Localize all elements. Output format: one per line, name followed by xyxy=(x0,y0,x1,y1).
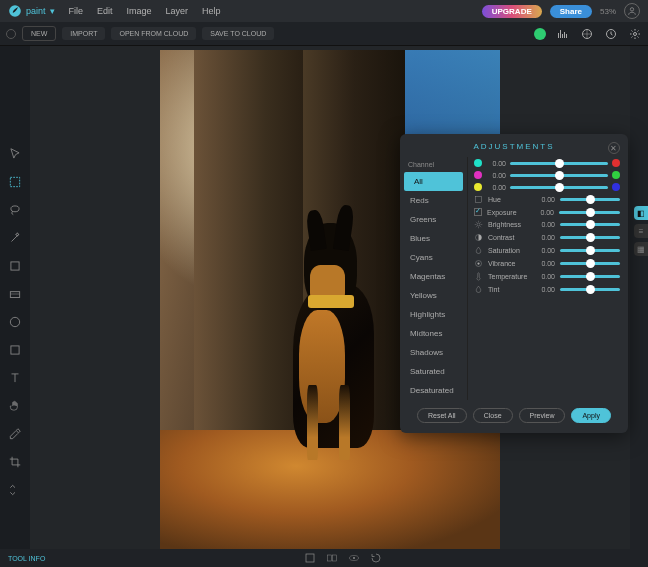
new-button[interactable]: NEW xyxy=(22,26,56,41)
slider-thumb[interactable] xyxy=(586,195,595,204)
menu-file[interactable]: File xyxy=(69,6,84,16)
slider-track[interactable] xyxy=(560,223,620,226)
color-balance-slider-0: 0.00 xyxy=(474,159,620,167)
panel-toggle-icon[interactable] xyxy=(6,29,16,39)
slider-track[interactable] xyxy=(560,249,620,252)
slider-value: 0.00 xyxy=(486,160,506,167)
open-from-cloud-button[interactable]: OPEN FROM CLOUD xyxy=(111,27,196,40)
save-to-cloud-button[interactable]: SAVE TO CLOUD xyxy=(202,27,274,40)
brightness-icon xyxy=(474,220,483,229)
svg-point-6 xyxy=(11,206,19,212)
channel-yellows[interactable]: Yellows xyxy=(400,286,467,305)
channel-blues[interactable]: Blues xyxy=(400,229,467,248)
channel-desaturated[interactable]: Desaturated xyxy=(400,381,467,400)
tool-info-label[interactable]: TOOL INFO xyxy=(8,555,45,562)
slider-track[interactable] xyxy=(560,198,620,201)
channel-magentas[interactable]: Magentas xyxy=(400,267,467,286)
slider-label: Tint xyxy=(488,286,530,293)
channel-midtones[interactable]: Midtones xyxy=(400,324,467,343)
import-button[interactable]: IMPORT xyxy=(62,27,105,40)
slider-thumb[interactable] xyxy=(586,233,595,242)
swatch-right-icon xyxy=(612,159,620,167)
slider-track[interactable] xyxy=(510,162,608,165)
channel-cyans[interactable]: Cyans xyxy=(400,248,467,267)
tint-icon xyxy=(474,285,483,294)
slider-track[interactable] xyxy=(560,275,620,278)
brush-tool[interactable] xyxy=(7,258,23,274)
close-button[interactable]: Close xyxy=(473,408,513,423)
channel-saturated[interactable]: Saturated xyxy=(400,362,467,381)
histogram-icon[interactable] xyxy=(556,27,570,41)
actionbar: NEW IMPORT OPEN FROM CLOUD SAVE TO CLOUD xyxy=(0,22,648,46)
eye-icon[interactable] xyxy=(348,552,360,564)
upgrade-button[interactable]: UPGRADE xyxy=(482,5,542,18)
lasso-tool[interactable] xyxy=(7,202,23,218)
svg-point-4 xyxy=(634,32,637,35)
account-avatar[interactable] xyxy=(624,3,640,19)
svg-point-9 xyxy=(10,317,19,326)
slider-track[interactable] xyxy=(560,288,620,291)
gradient-tool[interactable] xyxy=(7,314,23,330)
slider-thumb[interactable] xyxy=(586,272,595,281)
fit-screen-icon[interactable] xyxy=(304,552,316,564)
menu-help[interactable]: Help xyxy=(202,6,221,16)
zoom-tool[interactable] xyxy=(7,482,23,498)
share-button[interactable]: Share xyxy=(550,5,592,18)
clock-icon[interactable] xyxy=(604,27,618,41)
slider-track[interactable] xyxy=(560,236,620,239)
slider-track[interactable] xyxy=(559,211,620,214)
slider-track[interactable] xyxy=(510,186,608,189)
slider-thumb[interactable] xyxy=(555,183,564,192)
right-rail: ◧ ≡ ▦ xyxy=(630,46,648,549)
slider-track[interactable] xyxy=(510,174,608,177)
menu-image[interactable]: Image xyxy=(127,6,152,16)
svg-rect-16 xyxy=(306,554,314,562)
eyedropper-tool[interactable] xyxy=(7,426,23,442)
slider-label: Temperature xyxy=(488,273,530,280)
rail-tab-layers[interactable]: ◧ xyxy=(634,206,648,220)
checkbox[interactable] xyxy=(474,208,482,216)
shape-tool[interactable] xyxy=(7,342,23,358)
slider-label: Brightness xyxy=(488,221,530,228)
reset-all-button[interactable]: Reset All xyxy=(417,408,467,423)
vibrance-icon xyxy=(474,259,483,268)
slider-label: Saturation xyxy=(488,247,530,254)
menu-edit[interactable]: Edit xyxy=(97,6,113,16)
channel-shadows[interactable]: Shadows xyxy=(400,343,467,362)
slider-thumb[interactable] xyxy=(586,208,595,217)
slider-thumb[interactable] xyxy=(586,246,595,255)
split-view-icon[interactable] xyxy=(326,552,338,564)
channel-all[interactable]: All xyxy=(404,172,463,191)
crop-tool[interactable] xyxy=(7,454,23,470)
slider-thumb[interactable] xyxy=(586,285,595,294)
marquee-tool[interactable] xyxy=(7,174,23,190)
slider-value: 0.00 xyxy=(535,286,555,293)
adjustments-icon[interactable] xyxy=(580,27,594,41)
apply-button[interactable]: Apply xyxy=(571,408,611,423)
reset-view-icon[interactable] xyxy=(370,552,382,564)
status-dot-icon[interactable] xyxy=(534,28,546,40)
hand-tool[interactable] xyxy=(7,398,23,414)
slider-track[interactable] xyxy=(560,262,620,265)
slider-value: 0.00 xyxy=(535,260,555,267)
channel-highlights[interactable]: Highlights xyxy=(400,305,467,324)
rail-tab-swatches[interactable]: ▦ xyxy=(634,242,648,256)
preview-button[interactable]: Preview xyxy=(519,408,566,423)
rail-tab-history[interactable]: ≡ xyxy=(634,224,648,238)
gear-icon[interactable] xyxy=(628,27,642,41)
contrast-icon xyxy=(474,233,483,242)
app-logo[interactable]: paint ▾ xyxy=(8,4,55,18)
pointer-tool[interactable] xyxy=(7,146,23,162)
slider-thumb[interactable] xyxy=(555,171,564,180)
slider-thumb[interactable] xyxy=(586,259,595,268)
fill-tool[interactable] xyxy=(7,286,23,302)
slider-thumb[interactable] xyxy=(555,159,564,168)
menu-layer[interactable]: Layer xyxy=(166,6,189,16)
slider-thumb[interactable] xyxy=(586,220,595,229)
channel-greens[interactable]: Greens xyxy=(400,210,467,229)
wand-tool[interactable] xyxy=(7,230,23,246)
channel-reds[interactable]: Reds xyxy=(400,191,467,210)
panel-close-button[interactable]: ✕ xyxy=(608,142,620,154)
text-tool[interactable] xyxy=(7,370,23,386)
zoom-percent[interactable]: 53% xyxy=(600,7,616,16)
